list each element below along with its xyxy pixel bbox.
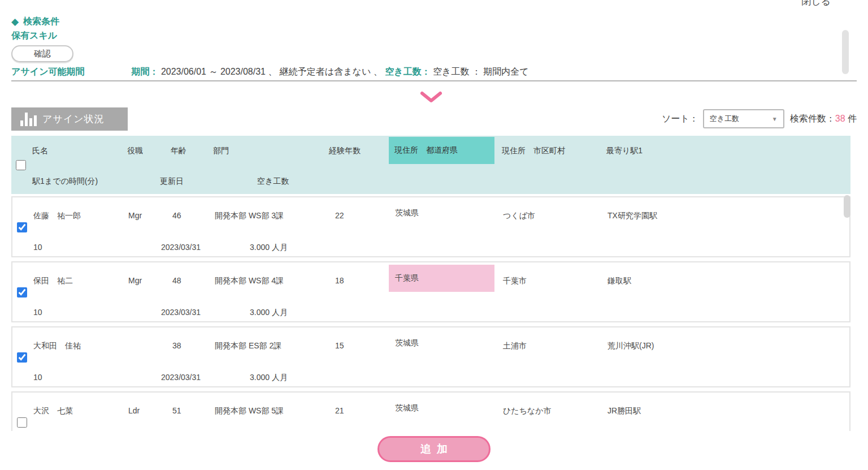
confirm-button[interactable]: 確認 xyxy=(11,45,73,62)
col-city: 現住所 市区町村 xyxy=(502,146,565,156)
cell-age: 46 xyxy=(172,211,181,220)
col-pref-highlighted: 現住所 都道府県 xyxy=(389,137,494,164)
cell-capacity: 3.000 人月 xyxy=(250,373,288,383)
cell-pref: 茨城県 xyxy=(389,200,494,227)
scrollbar-thumb[interactable] xyxy=(844,195,850,218)
cell-pref-text: 茨城県 xyxy=(395,338,419,348)
cell-time: 10 xyxy=(33,373,42,382)
col-role: 役職 xyxy=(127,146,143,156)
cell-city: 土浦市 xyxy=(503,341,527,351)
cell-capacity: 3.000 人月 xyxy=(250,308,288,318)
capacity-field-value: 空き工数 ： 期間内全て xyxy=(433,67,529,76)
assign-period-line: アサイン可能期間 期間： 2023/06/01 ～ 2023/08/31 、 継… xyxy=(11,66,529,78)
cell-city: 千葉市 xyxy=(503,276,527,286)
col-pref-label: 現住所 都道府県 xyxy=(394,145,458,156)
sort-toolbar: ソート： 空き工数 ▼ 検索件数：38 件 xyxy=(662,109,857,128)
cell-time: 10 xyxy=(33,308,42,317)
scrollbar-thumb[interactable] xyxy=(842,30,849,74)
results-table-header: 氏名 役職 年齢 部門 経験年数 現住所 都道府県 現住所 市区町村 最寄り駅1… xyxy=(11,136,850,194)
diamond-icon: ◆ xyxy=(11,17,19,27)
assign-period-label: アサイン可能期間 xyxy=(11,66,129,78)
results-list: 佐藤 祐一郎 Mgr 46 開発本部 WS部 3課 22 茨城県 つくば市 TX… xyxy=(11,196,854,431)
cell-role: Mgr xyxy=(128,211,142,220)
col-years: 経験年数 xyxy=(329,146,361,156)
table-row[interactable]: 大沢 七菜 Ldr 51 開発本部 WS部 5課 21 茨城県 ひたちなか市 J… xyxy=(11,391,850,431)
assign-status-label: アサイン状況 xyxy=(42,113,105,126)
skill-section-label: 保有スキル xyxy=(11,30,57,42)
cell-years: 15 xyxy=(335,341,344,350)
cell-station: JR勝田駅 xyxy=(607,406,641,416)
cell-age: 38 xyxy=(172,341,181,350)
cell-updated: 2023/03/31 xyxy=(161,243,201,252)
cell-station: 鎌取駅 xyxy=(607,276,631,286)
add-button[interactable]: 追加 xyxy=(377,436,491,462)
result-count-value: 38 xyxy=(835,114,845,123)
cell-name: 大和田 佳祐 xyxy=(33,341,81,351)
cell-pref: 茨城県 xyxy=(389,395,494,422)
cell-dept: 開発本部 WS部 3課 xyxy=(215,211,284,221)
section-divider xyxy=(11,80,857,81)
cell-pref: 茨城県 xyxy=(389,330,494,357)
col-dept: 部門 xyxy=(213,146,229,156)
result-count-label: 検索件数： xyxy=(790,114,835,123)
cell-pref-text: 茨城県 xyxy=(395,403,419,413)
capacity-field-label: 空き工数： xyxy=(385,67,430,76)
col-age: 年齢 xyxy=(171,146,186,156)
cell-age: 51 xyxy=(172,406,181,415)
result-count-unit: 件 xyxy=(848,114,857,123)
cell-name: 大沢 七菜 xyxy=(33,406,73,416)
cell-years: 22 xyxy=(335,211,344,220)
row-checkbox[interactable] xyxy=(17,287,27,297)
col-capacity: 空き工数 xyxy=(257,176,289,187)
assign-search-panel: 閉じる ◆ 検索条件 保有スキル 確認 アサイン可能期間 期間： 2023/06… xyxy=(0,0,868,470)
table-row[interactable]: 保田 祐二 Mgr 48 開発本部 WS部 4課 18 千葉県 千葉市 鎌取駅 … xyxy=(11,261,850,322)
row-checkbox[interactable] xyxy=(17,417,27,428)
bar-chart-icon xyxy=(20,113,37,126)
cell-updated: 2023/03/31 xyxy=(161,308,201,317)
chevron-down-icon[interactable] xyxy=(419,90,443,106)
cell-role: Mgr xyxy=(128,276,142,285)
chevron-down-icon: ▼ xyxy=(772,116,778,122)
row-checkbox[interactable] xyxy=(17,222,27,232)
search-conditions-title: ◆ 検索条件 xyxy=(11,16,59,28)
sort-selected-value: 空き工数 xyxy=(710,114,739,124)
col-name: 氏名 xyxy=(32,146,48,156)
table-row[interactable]: 大和田 佳祐 38 開発本部 ES部 2課 15 茨城県 土浦市 荒川沖駅(JR… xyxy=(11,326,850,387)
cell-pref: 千葉県 xyxy=(389,265,494,292)
cell-dept: 開発本部 WS部 4課 xyxy=(215,276,284,286)
cell-city: つくば市 xyxy=(503,211,535,221)
cell-years: 18 xyxy=(335,276,344,285)
cell-city: ひたちなか市 xyxy=(503,406,552,416)
table-row[interactable]: 佐藤 祐一郎 Mgr 46 開発本部 WS部 3課 22 茨城県 つくば市 TX… xyxy=(11,196,850,257)
cell-capacity: 3.000 人月 xyxy=(250,243,288,253)
col-updated: 更新日 xyxy=(160,176,184,187)
result-count: 検索件数：38 件 xyxy=(790,113,857,125)
period-field-label: 期間： xyxy=(131,67,158,76)
cell-name: 佐藤 祐一郎 xyxy=(33,211,81,221)
cell-name: 保田 祐二 xyxy=(33,276,73,286)
cell-age: 48 xyxy=(172,276,181,285)
cell-dept: 開発本部 WS部 5課 xyxy=(215,406,284,416)
sort-select[interactable]: 空き工数 ▼ xyxy=(703,109,784,128)
close-button[interactable]: 閉じる xyxy=(801,0,831,8)
cell-station: TX研究学園駅 xyxy=(607,211,657,221)
cell-pref-text: 千葉県 xyxy=(395,273,419,283)
search-conditions-label: 検索条件 xyxy=(23,16,59,28)
col-station: 最寄り駅1 xyxy=(606,146,643,156)
period-field-value: 2023/06/01 ～ 2023/08/31 、 継続予定者は含まない 、 xyxy=(161,67,383,76)
cell-role: Ldr xyxy=(128,406,140,415)
row-checkbox[interactable] xyxy=(17,352,27,363)
cell-updated: 2023/03/31 xyxy=(161,373,201,382)
sort-label: ソート： xyxy=(662,113,698,125)
cell-dept: 開発本部 ES部 2課 xyxy=(215,341,281,351)
cell-pref-text: 茨城県 xyxy=(395,208,419,218)
assign-status-header: アサイン状況 xyxy=(11,107,128,131)
cell-time: 10 xyxy=(33,243,42,252)
cell-years: 21 xyxy=(335,406,344,415)
select-all-checkbox[interactable] xyxy=(16,160,26,170)
cell-station: 荒川沖駅(JR) xyxy=(607,341,654,351)
col-time: 駅1までの時間(分) xyxy=(32,176,98,187)
